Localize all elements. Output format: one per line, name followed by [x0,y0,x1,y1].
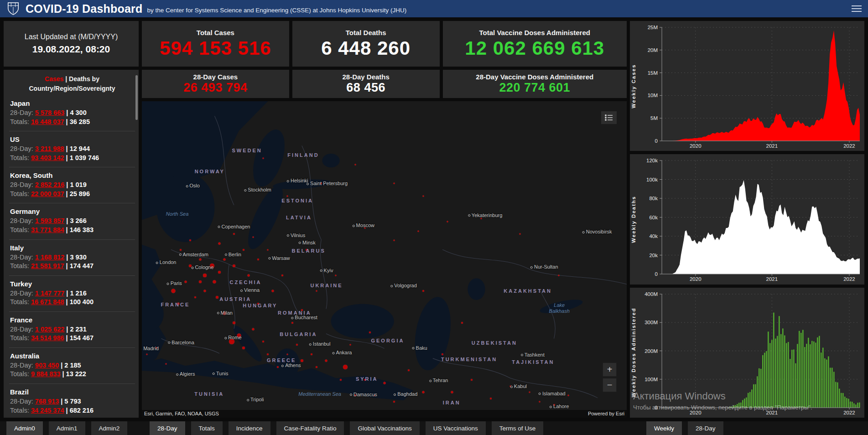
country-row[interactable]: Germany28-Day: 1 593 857 | 3 266Totals: … [9,203,135,239]
case-cluster-dot[interactable] [383,382,385,384]
case-cluster-dot[interactable] [199,259,201,261]
case-cluster-dot[interactable] [233,321,235,324]
case-cluster-dot[interactable] [243,249,244,251]
case-cluster-dot[interactable] [194,296,196,298]
case-cluster-dot[interactable] [184,280,187,283]
cases-link[interactable]: 9 884 833 [31,370,61,378]
case-cluster-dot[interactable] [233,233,235,235]
case-cluster-dot[interactable] [180,249,182,251]
case-cluster-dot[interactable] [267,353,269,355]
cases-link[interactable]: 31 771 884 [31,226,64,233]
cases-link[interactable]: 1 168 812 [35,254,65,261]
case-cluster-dot[interactable] [172,289,176,293]
case-cluster-dot[interactable] [257,259,259,260]
legend-icon[interactable] [601,111,617,124]
case-cluster-dot[interactable] [242,347,245,349]
case-cluster-dot[interactable] [203,274,207,277]
case-cluster-dot[interactable] [146,354,147,355]
cases-link[interactable]: 1 147 777 [35,290,65,297]
country-list-scrollbar[interactable] [135,72,138,416]
case-cluster-dot[interactable] [340,379,342,381]
tab-incidence[interactable]: Incidence [229,421,270,435]
case-cluster-dot[interactable] [520,233,521,235]
tab-us-vaccinations[interactable]: US Vaccinations [426,421,486,435]
tab-totals[interactable]: Totals [191,421,223,435]
case-cluster-dot[interactable] [166,363,167,365]
case-cluster-dot[interactable] [233,264,235,267]
case-cluster-dot[interactable] [218,271,221,274]
case-cluster-dot[interactable] [262,157,264,159]
case-cluster-dot[interactable] [350,344,351,346]
case-cluster-dot[interactable] [253,237,254,238]
cases-link[interactable]: 2 852 216 [35,181,65,188]
country-row[interactable]: Japan28-Day: 5 578 663 | 4 300Totals: 16… [9,95,135,131]
country-row[interactable]: Australia28-Day: 903 450 | 2 185Totals: … [9,348,135,384]
world-map[interactable]: SWEDENFINLANDNORWAYESTONIALATVIABELARUSU… [142,101,627,418]
cases-link[interactable]: 16 671 848 [31,298,64,306]
case-cluster-dot[interactable] [189,239,191,241]
case-cluster-dot[interactable] [490,398,492,399]
case-cluster-dot[interactable] [277,366,279,368]
tab-admin1[interactable]: Admin1 [49,421,85,435]
case-cluster-dot[interactable] [301,359,303,362]
country-row[interactable]: Brazil28-Day: 768 913 | 5 793Totals: 34 … [9,384,135,418]
cases-link[interactable]: 21 581 917 [31,262,64,269]
weekly-cases-chart[interactable]: 25M20M15M10M5M0202020212022 [641,23,863,150]
tab-28-day[interactable]: 28-Day [150,421,185,435]
case-cluster-dot[interactable] [393,401,395,403]
tab-global-vaccinations[interactable]: Global Vaccinations [350,421,419,435]
case-cluster-dot[interactable] [369,331,371,333]
case-cluster-dot[interactable] [471,379,473,381]
case-cluster-dot[interactable] [417,230,419,232]
cases-link[interactable]: 93 403 142 [31,154,64,161]
menu-icon[interactable] [852,4,862,14]
case-cluster-dot[interactable] [262,341,264,342]
cases-link[interactable]: 1 025 622 [35,326,65,333]
case-cluster-dot[interactable] [218,243,221,245]
case-cluster-dot[interactable] [393,240,395,241]
case-cluster-dot[interactable] [354,164,356,165]
case-cluster-dot[interactable] [316,290,317,292]
cases-link[interactable]: 3 211 988 [35,145,64,152]
country-row[interactable]: Korea, South28-Day: 2 852 216 | 1 019Tot… [9,167,135,203]
case-cluster-dot[interactable] [335,274,337,276]
tab-admin0[interactable]: Admin0 [6,421,43,435]
case-cluster-dot[interactable] [311,353,312,355]
tab-terms-of-use[interactable]: Terms of Use [492,421,544,435]
case-cluster-dot[interactable] [422,196,424,197]
case-cluster-dot[interactable] [539,401,540,403]
case-cluster-dot[interactable] [199,280,202,283]
case-cluster-dot[interactable] [216,296,218,299]
case-cluster-dot[interactable] [461,322,463,324]
case-cluster-dot[interactable] [558,274,560,276]
case-cluster-dot[interactable] [252,328,255,330]
zoom-out-button[interactable]: − [603,378,617,392]
case-cluster-dot[interactable] [213,280,216,283]
tab-28-day[interactable]: 28-Day [688,421,723,435]
country-row[interactable]: Italy28-Day: 1 168 812 | 3 930Totals: 21… [9,240,135,276]
case-cluster-dot[interactable] [422,290,424,292]
case-cluster-dot[interactable] [447,221,448,222]
case-cluster-dot[interactable] [247,274,249,276]
case-cluster-dot[interactable] [568,395,569,396]
case-cluster-dot[interactable] [316,366,317,368]
cases-link[interactable]: 16 448 037 [31,118,64,125]
weekly-doses-chart[interactable]: 400M300M200M100M0202020212022 [641,290,863,417]
case-cluster-dot[interactable] [223,259,225,261]
case-cluster-dot[interactable] [267,249,269,251]
cases-link[interactable]: 5 578 663 [35,109,65,116]
cases-link[interactable]: 1 593 857 [35,217,65,224]
case-cluster-dot[interactable] [325,360,327,362]
zoom-in-button[interactable]: + [603,362,617,377]
cases-link[interactable]: 22 000 037 [31,190,64,197]
case-cluster-dot[interactable] [422,391,424,394]
country-row[interactable]: US28-Day: 3 211 988 | 12 944Totals: 93 4… [9,131,135,167]
tab-admin2[interactable]: Admin2 [91,421,128,435]
tab-case-fatality-ratio[interactable]: Case-Fatality Ratio [276,421,344,435]
case-cluster-dot[interactable] [442,353,443,355]
case-cluster-dot[interactable] [529,392,530,393]
case-cluster-dot[interactable] [296,344,298,346]
weekly-deaths-chart[interactable]: 120k100k80k60k40k20k0202020212022 [641,156,863,283]
cases-link[interactable]: 768 913 [35,398,59,405]
powered-by-esri[interactable]: Powered by Esri [588,411,624,417]
